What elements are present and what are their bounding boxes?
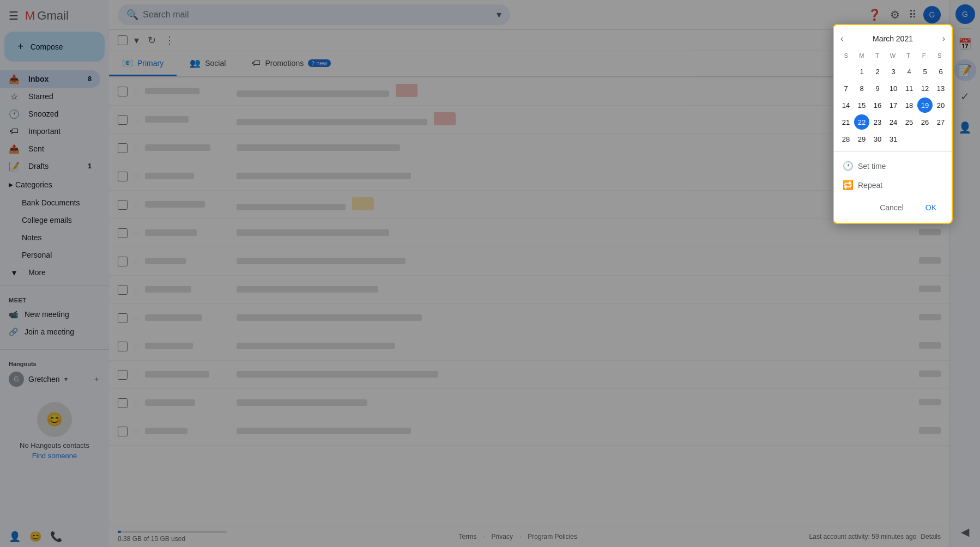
calendar-popup: ‹ March 2021 › S M T W T F S 1 2 3 4 5 6… [833, 24, 953, 224]
calendar-days: 1 2 3 4 5 6 7 8 9 10 11 12 13 14 15 16 1… [838, 63, 947, 147]
weekday-sat: S [931, 50, 947, 61]
calendar-day-empty [838, 64, 854, 79]
calendar-day-21[interactable]: 21 [838, 114, 854, 130]
calendar-day-23[interactable]: 23 [870, 114, 885, 130]
calendar-divider [834, 151, 952, 152]
calendar-day-5[interactable]: 5 [917, 64, 933, 79]
calendar-day-22-selected[interactable]: 22 [854, 114, 869, 130]
calendar-day-3[interactable]: 3 [886, 64, 901, 79]
calendar-day-8[interactable]: 8 [854, 81, 869, 96]
weekday-tue: T [869, 50, 885, 61]
calendar-day-13[interactable]: 13 [933, 81, 948, 96]
calendar-day-26[interactable]: 26 [917, 114, 933, 130]
calendar-day-31[interactable]: 31 [886, 131, 901, 147]
calendar-day-4[interactable]: 4 [902, 64, 917, 79]
weekday-sun: S [838, 50, 854, 61]
calendar-day-12[interactable]: 12 [917, 81, 933, 96]
calendar-next-button[interactable]: › [940, 32, 947, 46]
calendar-day-16[interactable]: 16 [870, 98, 885, 113]
weekday-wed: W [885, 50, 901, 61]
calendar-day-9[interactable]: 9 [870, 81, 885, 96]
calendar-day-6[interactable]: 6 [933, 64, 948, 79]
calendar-day-1[interactable]: 1 [854, 64, 869, 79]
calendar-day-empty-2 [902, 131, 917, 147]
calendar-day-11[interactable]: 11 [902, 81, 917, 96]
calendar-day-25[interactable]: 25 [902, 114, 917, 130]
calendar-day-empty-3 [917, 131, 933, 147]
calendar-day-14[interactable]: 14 [838, 98, 854, 113]
clock-icon: 🕐 [843, 161, 854, 171]
calendar-cancel-button[interactable]: Cancel [871, 199, 912, 216]
calendar-prev-button[interactable]: ‹ [838, 32, 845, 46]
calendar-day-29[interactable]: 29 [854, 131, 869, 147]
repeat-icon: 🔁 [843, 180, 854, 190]
weekday-fri: F [916, 50, 932, 61]
calendar-day-15[interactable]: 15 [854, 98, 869, 113]
calendar-day-18[interactable]: 18 [902, 98, 917, 113]
calendar-day-empty-4 [933, 131, 948, 147]
calendar-ok-button[interactable]: OK [917, 199, 945, 216]
repeat-label: Repeat [858, 181, 882, 190]
calendar-day-19-today[interactable]: 19 [917, 98, 933, 113]
calendar-weekdays: S M T W T F S [838, 50, 947, 61]
calendar-day-20[interactable]: 20 [933, 98, 948, 113]
calendar-day-10[interactable]: 10 [886, 81, 901, 96]
calendar-title: March 2021 [873, 34, 913, 43]
calendar-day-27[interactable]: 27 [933, 114, 948, 130]
calendar-footer: Cancel OK [834, 195, 952, 218]
set-time-row[interactable]: 🕐 Set time [834, 156, 952, 175]
set-time-label: Set time [858, 162, 886, 171]
calendar-day-28[interactable]: 28 [838, 131, 854, 147]
calendar-day-24[interactable]: 24 [886, 114, 901, 130]
calendar-header: ‹ March 2021 › [834, 25, 952, 50]
repeat-row[interactable]: 🔁 Repeat [834, 175, 952, 195]
calendar-day-17[interactable]: 17 [886, 98, 901, 113]
calendar-day-7[interactable]: 7 [838, 81, 854, 96]
calendar-grid: S M T W T F S 1 2 3 4 5 6 7 8 9 10 11 12… [834, 50, 952, 147]
calendar-day-30[interactable]: 30 [870, 131, 885, 147]
calendar-day-2[interactable]: 2 [870, 64, 885, 79]
weekday-thu: T [900, 50, 916, 61]
weekday-mon: M [854, 50, 870, 61]
